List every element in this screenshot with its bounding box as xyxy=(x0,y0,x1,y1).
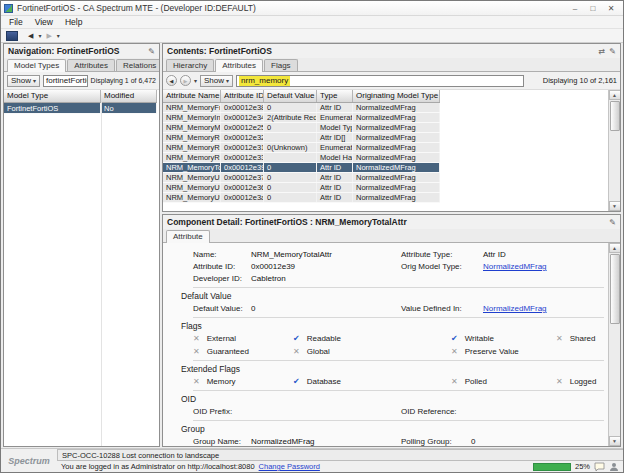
cross-icon: ✕ xyxy=(451,377,458,386)
table-row[interactable]: FortinetFortiOS No xyxy=(4,103,157,114)
minimize-button[interactable]: – xyxy=(566,2,584,14)
tab-flags[interactable]: Flags xyxy=(264,59,298,71)
sync-icon[interactable]: ⇄ xyxy=(599,47,606,56)
back-history-dropdown-icon[interactable]: ▾ xyxy=(38,32,41,39)
cross-icon: ✕ xyxy=(193,377,200,386)
tab-model-types[interactable]: Model Types xyxy=(7,59,66,72)
table-row[interactable]: NRM_MemoryIntelPref0x00012e342(Attribute… xyxy=(163,113,440,123)
scroll-down-icon[interactable]: ▼ xyxy=(609,436,621,446)
back-button[interactable]: ◀ xyxy=(26,32,35,40)
attribute-id-label: Attribute ID: xyxy=(193,262,251,271)
tab-hierarchy[interactable]: Hierarchy xyxy=(166,59,214,71)
main-area: Navigation: FortinetFortiOS ✎ Model Type… xyxy=(3,43,621,447)
tab-attributes[interactable]: Attributes xyxy=(215,59,263,72)
close-button[interactable]: ✕ xyxy=(602,2,620,14)
tab-attributes-nav[interactable]: Attributes xyxy=(67,59,115,71)
memory-progress-bar xyxy=(533,463,571,471)
nav-show-dropdown[interactable]: Show ▾ xyxy=(7,75,40,87)
contents-show-dropdown[interactable]: Show ▾ xyxy=(200,75,233,87)
column-attribute-id[interactable]: Attribute ID xyxy=(221,90,264,102)
group-name-value: NormalizedMFrag xyxy=(251,437,401,446)
forward-button[interactable]: ▶ xyxy=(44,32,53,40)
detach-icon[interactable]: ✎ xyxy=(609,47,616,56)
detach-icon[interactable]: ✎ xyxy=(148,47,155,56)
scrollbar-thumb[interactable] xyxy=(610,101,620,131)
scroll-down-icon[interactable]: ▼ xyxy=(609,201,621,211)
orig-model-type-link[interactable]: NormalizedMFrag xyxy=(483,262,604,271)
vertical-scrollbar[interactable]: ▲ ▼ xyxy=(608,243,620,446)
table-row[interactable]: NRM_MemoryModel...0x00012e250Model Type … xyxy=(163,123,440,133)
column-model-type[interactable]: Model Type xyxy=(4,90,101,102)
table-row[interactable]: NRM_MemoryRunni...0x00012e33Model Handle… xyxy=(163,153,440,163)
maximize-button[interactable]: □ xyxy=(584,2,602,14)
history-dropdown-icon[interactable]: ▾ xyxy=(194,77,197,84)
table-row[interactable]: NRM_MemoryRunni...0x00012e310(Unknown)En… xyxy=(163,143,440,153)
scrollbar-thumb[interactable] xyxy=(610,254,620,324)
forward-history-dropdown-icon[interactable]: ▾ xyxy=(57,32,60,39)
vertical-scrollbar[interactable]: ▲ ▼ xyxy=(608,90,620,211)
flags-section-title: Flags xyxy=(181,321,604,331)
default-value-value: 0 xyxy=(251,304,401,313)
column-modified[interactable]: Modified xyxy=(101,90,157,102)
extended-flags-section: Extended Flags ✕Memory ✔Database ✕Polled… xyxy=(193,360,604,390)
column-orig-model-type[interactable]: Originating Model Type Name xyxy=(353,90,440,102)
detail-header: Component Detail: FortinetFortiOS : NRM_… xyxy=(163,215,620,229)
flag-guaranteed: ✕Guaranteed xyxy=(193,347,293,356)
default-value-section-title: Default Value xyxy=(181,291,604,301)
cross-icon: ✕ xyxy=(556,377,563,386)
history-back-button[interactable]: ◀ xyxy=(166,75,177,86)
chat-icon[interactable] xyxy=(594,462,605,472)
column-attribute-name[interactable]: Attribute Name xyxy=(163,90,221,102)
history-forward-button[interactable]: ▶ xyxy=(180,75,191,86)
spectrum-logo: Spectrum xyxy=(1,449,57,472)
model-type-table: Model Type Modified FortinetFortiOS No xyxy=(4,90,159,446)
cross-icon: ✕ xyxy=(451,347,458,356)
column-type[interactable]: Type xyxy=(317,90,353,102)
contents-displaying-label: Displaying 10 of 2,161 xyxy=(543,76,617,85)
attribute-type-label: Attribute Type: xyxy=(401,250,483,259)
nav-displaying-label: Displaying 1 of 6,472 xyxy=(91,77,156,84)
model-filter-input[interactable]: fortinetFortiOS xyxy=(43,75,88,87)
menu-view[interactable]: View xyxy=(29,17,59,27)
table-row[interactable]: NRM_MemoryRunni...0x00012e32Attr ID[]Nor… xyxy=(163,133,440,143)
attribute-detail-body: Name: NRM_MemoryTotalAttr Attribute Type… xyxy=(163,243,620,446)
contents-header: Contents: FortinetFortiOS ⇄ ✎ xyxy=(163,44,620,58)
model-type-table-header: Model Type Modified xyxy=(4,90,157,103)
table-row[interactable]: NRM_MemoryUtilNa...0x00012e3a0Attr IDNor… xyxy=(163,193,440,203)
table-row[interactable]: NRM_MemoryUtilAttr0x00012e360Attr IDNorm… xyxy=(163,183,440,193)
attribute-filter-input[interactable]: nrm_memory xyxy=(236,75,524,87)
window-title: FortinetFortiOS - CA Spectrum MTE - (Dev… xyxy=(17,3,566,13)
menubar: File View Help xyxy=(1,16,623,29)
flag-writable: ✔Writable xyxy=(451,334,556,343)
user-icon[interactable] xyxy=(609,462,619,472)
change-password-link[interactable]: Change Password xyxy=(259,462,320,471)
identity-section: Name: NRM_MemoryTotalAttr Attribute Type… xyxy=(193,247,604,287)
landscape-icon[interactable] xyxy=(6,31,18,41)
statusbar: Spectrum SPC-OCC-10288 Lost connection t… xyxy=(1,448,623,472)
main-toolbar: ◀ ▾ ▶ ▾ xyxy=(1,29,623,43)
tab-attribute[interactable]: Attribute xyxy=(166,230,210,243)
flag-preserve-value: ✕Preserve Value xyxy=(451,347,556,356)
name-label: Name: xyxy=(193,250,251,259)
scroll-up-icon[interactable]: ▲ xyxy=(609,90,621,100)
detach-icon[interactable]: ✎ xyxy=(609,218,616,227)
scroll-up-icon[interactable]: ▲ xyxy=(609,243,621,253)
menu-file[interactable]: File xyxy=(3,17,29,27)
column-divider xyxy=(101,102,102,446)
column-default-value[interactable]: Default Value xyxy=(264,90,317,102)
default-value-section: Default Value Default Value: 0 Value Def… xyxy=(193,287,604,317)
table-row[interactable]: NRM_MemoryUsedAttr0x00012e370Attr IDNorm… xyxy=(163,173,440,183)
status-message: SPC-OCC-10288 Lost connection to landsca… xyxy=(57,449,623,461)
attribute-table: Attribute Name Attribute ID Default Valu… xyxy=(163,90,620,211)
oid-section-title: OID xyxy=(181,394,604,404)
table-row[interactable]: NRM_MemoryFreeAttr0x00012e380Attr IDNorm… xyxy=(163,103,440,113)
value-defined-in-label: Value Defined In: xyxy=(401,304,483,313)
contents-panel: Contents: FortinetFortiOS ⇄ ✎ Hierarchy … xyxy=(162,43,621,212)
navigation-title: Navigation: FortinetFortiOS xyxy=(8,46,119,56)
attribute-type-value: Attr ID xyxy=(483,250,604,259)
tab-relations[interactable]: Relations xyxy=(116,59,160,71)
developer-id-value: Cabletron xyxy=(251,274,401,283)
menu-help[interactable]: Help xyxy=(59,17,88,27)
table-row-selected[interactable]: NRM_MemoryTotalAttr0x00012e390Attr IDNor… xyxy=(163,163,440,173)
value-defined-in-link[interactable]: NormalizedMFrag xyxy=(483,304,604,313)
